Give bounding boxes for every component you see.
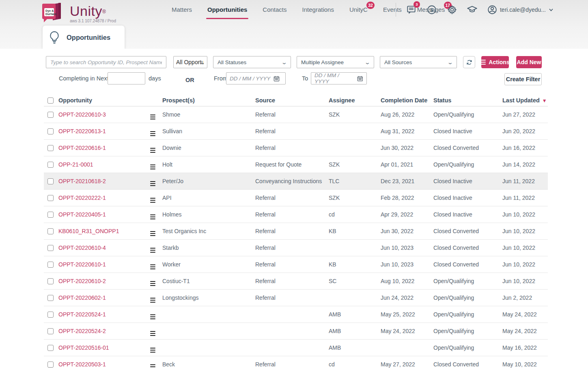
column-header-assignee[interactable]: Assignee bbox=[329, 97, 381, 104]
opportunity-id-link[interactable]: OPPT-20220613-1 bbox=[58, 128, 150, 134]
row-menu-icon[interactable] bbox=[150, 231, 155, 236]
opportunity-id-link[interactable]: OPP-21-0001 bbox=[58, 161, 150, 168]
row-checkbox[interactable] bbox=[47, 178, 54, 184]
table-row[interactable]: OPPT-20220516-01 AMB Open/Qualifying May… bbox=[44, 340, 548, 356]
refresh-button[interactable] bbox=[463, 56, 475, 68]
row-menu-icon[interactable] bbox=[150, 348, 155, 353]
opportunity-id-link[interactable]: OPPT-20220610-1 bbox=[58, 261, 150, 268]
opportunity-id-link[interactable]: OPPT-20220610-3 bbox=[58, 111, 150, 118]
from-date-input[interactable]: DD / MM / YYYY bbox=[226, 72, 286, 84]
nav-label: UnityC bbox=[349, 6, 368, 13]
search-input[interactable] bbox=[46, 56, 166, 68]
opportunity-id-link[interactable]: OPPT-20220610-4 bbox=[58, 245, 150, 251]
completion-date-cell: Apr 01, 2021 bbox=[381, 161, 433, 168]
nav-item-matters[interactable]: Matters bbox=[164, 0, 200, 19]
last-updated-cell: Jun 10, 2022 bbox=[502, 211, 548, 218]
column-header-last-updated[interactable]: Last Updated▼ bbox=[502, 97, 548, 104]
settings-button[interactable] bbox=[446, 4, 458, 15]
table-row[interactable]: OPPT-20220524-2 AMB May 24, 2022 Open/Qu… bbox=[44, 323, 548, 340]
select-all-checkbox[interactable] bbox=[47, 97, 54, 104]
source-dropdown[interactable]: All Sources ⌄ bbox=[380, 56, 457, 68]
row-checkbox[interactable] bbox=[47, 162, 54, 168]
column-header-source[interactable]: Source bbox=[255, 97, 329, 104]
opportunity-id-link[interactable]: OPPT-20220222-1 bbox=[58, 195, 150, 201]
opportunity-id-link[interactable]: OPPT-20220524-2 bbox=[58, 328, 150, 334]
opportunity-type-dropdown[interactable]: All Opportuni ⌄ bbox=[173, 56, 207, 68]
table-row[interactable]: OPPT-20220222-1 API Referral SZK Feb 28,… bbox=[44, 190, 548, 206]
create-filter-button[interactable]: Create Filter bbox=[504, 73, 542, 85]
row-menu-icon[interactable] bbox=[150, 165, 155, 169]
table-row[interactable]: OPPT-20220613-1 Sullivan Referral Aug 31… bbox=[44, 123, 548, 140]
table-row[interactable]: OPPT-20220610-4 Starkb Referral Jun 10, … bbox=[44, 240, 548, 256]
add-new-button[interactable]: Add New bbox=[516, 56, 542, 68]
table-row[interactable]: OPP-21-0001 Holt Request for Quote SZK A… bbox=[44, 156, 548, 173]
row-checkbox[interactable] bbox=[47, 345, 54, 351]
column-header-opportunity[interactable]: Opportunity bbox=[58, 97, 150, 104]
table-row[interactable]: OPPT-20220610-3 Shmoe Referral SZK Aug 2… bbox=[44, 106, 548, 123]
table-row[interactable]: OPPT-20220503-1 Beck Referral cd May 27,… bbox=[44, 356, 548, 368]
row-menu-icon[interactable] bbox=[150, 331, 155, 336]
row-checkbox[interactable] bbox=[47, 112, 54, 118]
table-row[interactable]: OPPT-20220602-1 Longstockings Referral J… bbox=[44, 290, 548, 306]
row-checkbox[interactable] bbox=[47, 312, 54, 318]
opportunity-id-link[interactable]: OPPT-20220503-1 bbox=[58, 361, 150, 368]
table-row[interactable]: OPPT-20220405-1 Holmes Referral cd Apr 2… bbox=[44, 206, 548, 223]
billing-button[interactable]: $ bbox=[426, 4, 437, 15]
nav-item-integrations[interactable]: Integrations bbox=[295, 0, 342, 19]
row-menu-icon[interactable] bbox=[150, 131, 155, 136]
opportunity-id-link[interactable]: OPPT-20220405-1 bbox=[58, 211, 150, 218]
row-menu-icon[interactable] bbox=[150, 281, 155, 286]
opportunity-id-link[interactable]: OPPT-20220524-1 bbox=[58, 311, 150, 318]
learning-button[interactable] bbox=[467, 4, 478, 15]
row-checkbox[interactable] bbox=[47, 295, 54, 301]
table-row[interactable]: OPPT-20220616-1 Downie Referral Jun 30, … bbox=[44, 140, 548, 156]
opportunity-id-link[interactable]: OPPT-20210618-2 bbox=[58, 178, 150, 184]
row-checkbox[interactable] bbox=[47, 212, 54, 218]
row-menu-icon[interactable] bbox=[150, 115, 155, 119]
actions-button[interactable]: Actions bbox=[481, 56, 509, 68]
page-tab-opportunities[interactable]: Opportunities bbox=[43, 26, 125, 49]
row-checkbox[interactable] bbox=[47, 262, 54, 268]
to-date-input[interactable]: DD / MM / YYYY bbox=[311, 72, 367, 84]
row-menu-icon[interactable] bbox=[150, 264, 155, 269]
column-header-status[interactable]: Status bbox=[433, 97, 502, 104]
row-checkbox[interactable] bbox=[47, 128, 54, 134]
table-row[interactable]: OPPT-20210618-2 Peter/Jo Conveyancing In… bbox=[44, 173, 548, 190]
row-checkbox[interactable] bbox=[47, 362, 54, 368]
user-menu[interactable]: teri.cale@dyedu... bbox=[487, 4, 554, 15]
table-row[interactable]: OPPT-20220610-1 Worker Referral KB Jun 1… bbox=[44, 256, 548, 273]
table-row[interactable]: KB0610_R31_ONOPP1 Test Organics Inc Refe… bbox=[44, 223, 548, 240]
row-checkbox[interactable] bbox=[47, 278, 54, 284]
column-header-prospects[interactable]: Prospect(s) bbox=[162, 97, 255, 104]
status-dropdown[interactable]: All Statuses ⌄ bbox=[213, 56, 291, 68]
opportunity-id-link[interactable]: OPPT-20220610-2 bbox=[58, 278, 150, 284]
row-menu-icon[interactable] bbox=[150, 198, 155, 203]
row-menu-icon[interactable] bbox=[150, 181, 155, 186]
row-menu-icon[interactable] bbox=[150, 214, 155, 219]
opportunity-id-link[interactable]: OPPT-20220516-01 bbox=[58, 344, 150, 351]
row-menu-icon[interactable] bbox=[150, 248, 155, 253]
nav-item-opportunities[interactable]: Opportunities bbox=[200, 0, 255, 19]
row-checkbox[interactable] bbox=[47, 145, 54, 151]
row-menu-icon[interactable] bbox=[150, 364, 155, 368]
table-row[interactable]: OPPT-20220524-1 AMB May 25, 2022 Open/Qu… bbox=[44, 306, 548, 323]
row-checkbox[interactable] bbox=[47, 245, 54, 251]
assignee-dropdown[interactable]: Multiple Assignee ⌄ bbox=[297, 56, 374, 68]
column-header-completion-date[interactable]: Completion Date bbox=[381, 97, 433, 104]
row-menu-icon[interactable] bbox=[150, 314, 155, 319]
opportunity-id-link[interactable]: OPPT-20220616-1 bbox=[58, 145, 150, 151]
row-menu-icon[interactable] bbox=[150, 148, 155, 153]
opportunity-id-link[interactable]: KB0610_R31_ONOPP1 bbox=[58, 228, 150, 234]
to-label: To bbox=[302, 72, 308, 84]
chat-notifications-button[interactable]: 3 bbox=[406, 4, 417, 15]
nav-item-unityc[interactable]: UnityC32 bbox=[342, 0, 375, 19]
row-checkbox[interactable] bbox=[47, 228, 54, 234]
opportunity-id-link[interactable]: OPPT-20220602-1 bbox=[58, 294, 150, 301]
row-checkbox[interactable] bbox=[47, 328, 54, 334]
row-menu-icon[interactable] bbox=[150, 298, 155, 303]
table-row[interactable]: OPPT-20220610-2 Costiuc-T1 Referral SC A… bbox=[44, 273, 548, 290]
row-checkbox[interactable] bbox=[47, 195, 54, 201]
nav-item-contacts[interactable]: Contacts bbox=[255, 0, 294, 19]
brand-logo[interactable]: Dye & Durham Unity® aws 3.1 107.24878 / … bbox=[41, 2, 116, 24]
completing-days-input[interactable] bbox=[108, 72, 145, 84]
